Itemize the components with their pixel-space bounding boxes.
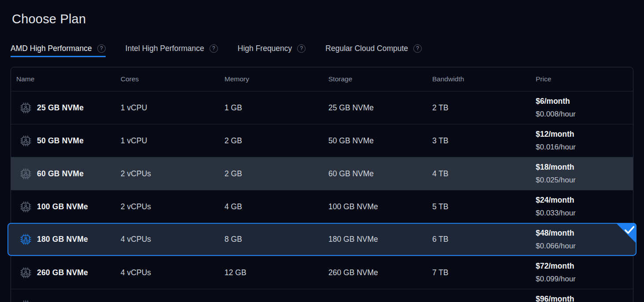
cpu-chip-icon bbox=[20, 168, 32, 180]
plan-row[interactable]: 60 GB NVMe 2 vCPUs 2 GB 60 GB NVMe 4 TB … bbox=[11, 157, 633, 190]
plan-memory: 2 GB bbox=[219, 169, 323, 178]
help-icon[interactable]: ? bbox=[413, 44, 422, 53]
tab-label: High Frequency bbox=[238, 44, 292, 53]
tab-amd-high-performance[interactable]: AMD High Performance ? bbox=[11, 44, 106, 57]
plan-name-cell: 60 GB NVMe bbox=[11, 168, 115, 180]
plan-price-cell: $96/month $0.132/hour bbox=[530, 294, 633, 302]
plan-storage: 50 GB NVMe bbox=[323, 136, 427, 146]
cpu-chip-icon bbox=[20, 201, 32, 213]
plan-cores: 4 vCPUs bbox=[115, 268, 219, 277]
plan-name: 260 GB NVMe bbox=[37, 268, 88, 277]
plan-cores: 2 vCPUs bbox=[115, 169, 219, 178]
plan-cores: 1 vCPU bbox=[115, 103, 219, 113]
help-icon[interactable]: ? bbox=[210, 44, 218, 53]
price-per-month: $24/month bbox=[536, 195, 633, 206]
price-per-month: $48/month bbox=[536, 228, 633, 239]
plan-name-cell: 100 GB NVMe bbox=[11, 201, 115, 213]
price-per-month: $12/month bbox=[536, 129, 633, 140]
plan-row[interactable]: 180 GB NVMe 4 vCPUs 8 GB 180 GB NVMe 6 T… bbox=[7, 223, 637, 256]
plan-name: 50 GB NVMe bbox=[37, 136, 84, 146]
plan-name: 100 GB NVMe bbox=[37, 202, 88, 211]
cpu-chip-icon bbox=[20, 135, 32, 147]
column-header-memory: Memory bbox=[219, 75, 323, 83]
cpu-chip-icon bbox=[20, 300, 32, 302]
plan-row[interactable]: 100 GB NVMe 2 vCPUs 4 GB 100 GB NVMe 5 T… bbox=[11, 190, 633, 223]
plan-memory: 1 GB bbox=[219, 103, 323, 113]
plan-name-cell: 320 GB NVMe bbox=[11, 300, 115, 302]
plan-price-cell: $24/month $0.033/hour bbox=[530, 195, 633, 218]
help-icon[interactable]: ? bbox=[297, 44, 305, 53]
plan-memory: 12 GB bbox=[219, 268, 323, 277]
plan-type-tabs: AMD High Performance ? Intel High Perfor… bbox=[11, 44, 633, 57]
price-per-hour: $0.066/hour bbox=[536, 240, 633, 251]
plan-bandwidth: 3 TB bbox=[427, 136, 530, 146]
plan-storage: 25 GB NVMe bbox=[323, 103, 427, 113]
tab-high-frequency[interactable]: High Frequency ? bbox=[238, 44, 306, 57]
plan-storage: 60 GB NVMe bbox=[323, 169, 427, 178]
choose-plan-page: Choose Plan AMD High Performance ? Intel… bbox=[0, 0, 644, 302]
tab-label: Regular Cloud Compute bbox=[325, 44, 408, 53]
plan-bandwidth: 7 TB bbox=[427, 268, 530, 277]
price-per-month: $96/month bbox=[536, 294, 633, 302]
plan-bandwidth: 5 TB bbox=[427, 202, 530, 211]
column-header-name: Name bbox=[11, 75, 115, 83]
plan-bandwidth: 4 TB bbox=[427, 169, 530, 178]
page-title: Choose Plan bbox=[12, 11, 644, 26]
plan-name: 60 GB NVMe bbox=[37, 169, 84, 178]
plan-row[interactable]: 260 GB NVMe 4 vCPUs 12 GB 260 GB NVMe 7 … bbox=[11, 256, 633, 289]
plan-storage: 180 GB NVMe bbox=[323, 235, 427, 244]
tab-label: Intel High Performance bbox=[125, 44, 204, 53]
plan-memory: 2 GB bbox=[219, 136, 323, 146]
column-header-storage: Storage bbox=[323, 75, 427, 83]
price-per-hour: $0.033/hour bbox=[536, 207, 633, 218]
price-per-hour: $0.025/hour bbox=[536, 175, 633, 186]
column-header-price: Price bbox=[530, 75, 633, 83]
plan-name-cell: 180 GB NVMe bbox=[11, 233, 115, 245]
price-per-hour: $0.016/hour bbox=[536, 142, 633, 153]
table-header-row: Name Cores Memory Storage Bandwidth Pric… bbox=[11, 67, 633, 91]
plan-name: 180 GB NVMe bbox=[37, 235, 88, 244]
plan-name-cell: 25 GB NVMe bbox=[11, 102, 115, 114]
plan-price-cell: $12/month $0.016/hour bbox=[530, 129, 633, 153]
tab-regular-cloud-compute[interactable]: Regular Cloud Compute ? bbox=[325, 44, 422, 57]
plan-price-cell: $48/month $0.066/hour bbox=[530, 228, 633, 251]
plan-storage: 260 GB NVMe bbox=[323, 268, 427, 277]
table-body: 25 GB NVMe 1 vCPU 1 GB 25 GB NVMe 2 TB $… bbox=[11, 91, 633, 302]
plan-table: Name Cores Memory Storage Bandwidth Pric… bbox=[11, 67, 633, 302]
price-per-month: $72/month bbox=[536, 261, 633, 272]
price-per-month: $6/month bbox=[536, 96, 633, 107]
tab-label: AMD High Performance bbox=[11, 44, 92, 53]
plan-storage: 100 GB NVMe bbox=[323, 202, 427, 211]
price-per-month: $18/month bbox=[536, 162, 633, 173]
plan-memory: 8 GB bbox=[219, 235, 323, 244]
plan-row[interactable]: 50 GB NVMe 1 vCPU 2 GB 50 GB NVMe 3 TB $… bbox=[11, 124, 633, 157]
plan-cores: 4 vCPUs bbox=[115, 235, 219, 244]
plan-name-cell: 50 GB NVMe bbox=[11, 135, 115, 147]
plan-cores: 2 vCPUs bbox=[115, 202, 219, 211]
price-per-hour: $0.008/hour bbox=[536, 109, 633, 120]
cpu-chip-icon bbox=[20, 267, 32, 279]
plan-name: 25 GB NVMe bbox=[37, 103, 84, 113]
plan-cores: 1 vCPU bbox=[115, 136, 219, 146]
plan-price-cell: $6/month $0.008/hour bbox=[530, 96, 633, 120]
plan-row[interactable]: 25 GB NVMe 1 vCPU 1 GB 25 GB NVMe 2 TB $… bbox=[11, 91, 633, 124]
column-header-bandwidth: Bandwidth bbox=[427, 75, 530, 83]
plan-price-cell: $18/month $0.025/hour bbox=[530, 162, 633, 186]
plan-bandwidth: 2 TB bbox=[427, 103, 530, 113]
tab-intel-high-performance[interactable]: Intel High Performance ? bbox=[125, 44, 218, 57]
price-per-hour: $0.099/hour bbox=[536, 273, 633, 284]
plan-row[interactable]: 320 GB NVMe 6 vCPUs 16 GB 320 GB NVMe 8 … bbox=[11, 289, 633, 302]
plan-price-cell: $72/month $0.099/hour bbox=[530, 261, 633, 284]
plan-memory: 4 GB bbox=[219, 202, 323, 211]
cpu-chip-icon bbox=[20, 233, 32, 245]
help-icon[interactable]: ? bbox=[97, 44, 106, 53]
plan-bandwidth: 6 TB bbox=[427, 235, 530, 244]
cpu-chip-icon bbox=[20, 102, 32, 114]
column-header-cores: Cores bbox=[115, 75, 219, 83]
plan-name-cell: 260 GB NVMe bbox=[11, 267, 115, 279]
